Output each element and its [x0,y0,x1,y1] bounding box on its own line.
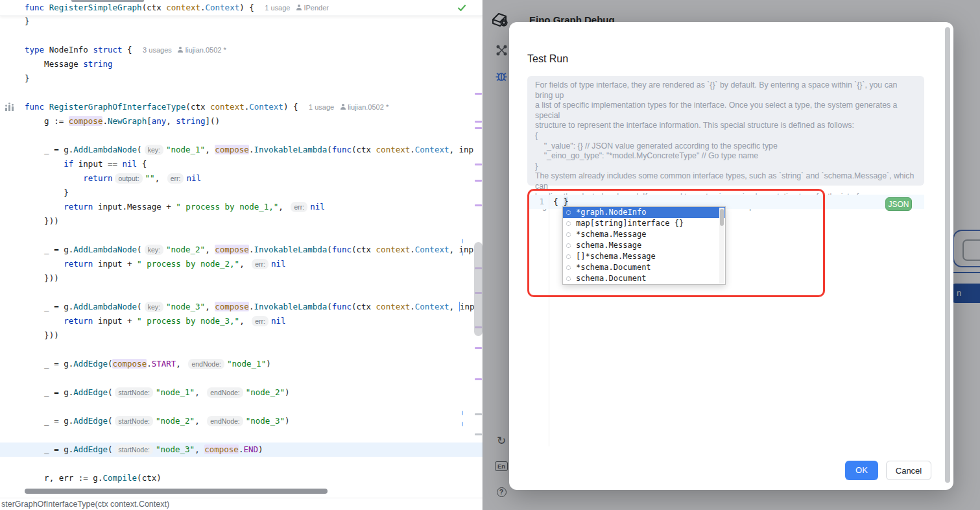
gray-marker [475,433,482,435]
code-line[interactable]: _ = g.AddLambdaNode(key:"node_1", compos… [0,143,483,157]
code-line[interactable]: returnoutput:"", err:nil [0,171,483,186]
info-line: "_value": {} // JSON value generated acc… [535,141,916,152]
code-line[interactable]: _ = g.AddEdge(startNode:"node_2", endNod… [0,414,483,428]
json-language-badge: JSON [885,197,912,211]
code-line[interactable]: r, err := g.Compile(ctx) [0,471,483,485]
code-line[interactable]: })) [0,271,483,285]
type-icon [566,254,571,259]
info-line: "_eino_go_type": "*model.MyConcreteType"… [535,151,916,162]
eino-graph-gutter-icon[interactable] [5,103,14,114]
code-line[interactable]: _ = g.AddEdge(compose.START, endNode:"no… [0,357,483,371]
dropdown-item[interactable]: schema.Document [563,273,725,284]
change-marker [475,121,482,123]
change-marker [475,127,482,129]
modal-title: Test Run [527,53,568,65]
dropdown-item[interactable]: []*schema.Message [563,251,725,262]
author-icon [340,104,346,110]
code-line[interactable]: return input + " process by node_3,", er… [0,314,483,328]
info-line: } [535,162,916,172]
code-line[interactable]: if input == nil { [0,157,483,171]
line-number: 1 [527,195,544,209]
code-line[interactable]: _ = g.AddEdge(startNode:"node_3", compos… [0,443,483,457]
code-line[interactable]: _ = g.AddLambdaNode(key:"node_3", compos… [0,300,483,314]
dropdown-item[interactable]: schema.Message [563,240,725,251]
type-icon [566,276,571,281]
caret-tick-marker [462,422,463,426]
info-line: { [535,131,916,141]
change-marker [475,347,482,349]
info-line: For fields of type interface, they are r… [535,80,916,101]
code-line[interactable]: _ = g.AddEdge(startNode:"node_1", endNod… [0,385,483,400]
dropdown-item[interactable]: *graph.NodeInfo [563,207,725,218]
gutter-separator [549,191,549,446]
code-line[interactable]: _ = g.AddLambdaNode(key:"node_2", compos… [0,243,483,257]
dropdown-item[interactable]: *schema.Document [563,262,725,273]
code-line[interactable]: return input + " process by node_2,", er… [0,257,483,271]
gray-marker [475,413,482,415]
code-line[interactable]: g := compose.NewGraph[any, string]() [0,114,483,128]
inspection-ok-icon[interactable] [457,3,467,16]
cancel-button[interactable]: Cancel [886,461,931,480]
caret-tick-marker [462,411,463,415]
type-icon [566,232,571,237]
change-marker [475,204,482,206]
type-icon [566,265,571,270]
status-bar: sterGraphOfInterfaceType(ctx context.Con… [0,498,483,510]
code-line[interactable]: func RegisterGraphOfInterfaceType(ctx co… [0,100,483,114]
type-icon [566,243,571,248]
change-marker [475,164,482,165]
change-marker [475,93,482,95]
info-line: a list of specific implementation types … [535,101,916,121]
code-line[interactable]: type NodeInfo struct { 3 usagesliujian.0… [0,43,483,57]
code-line[interactable]: } [0,14,483,29]
author-icon [296,5,302,10]
type-icon [566,221,571,226]
dropdown-item[interactable]: map[string]interface {} [563,218,725,229]
code-line[interactable]: } [0,71,483,86]
app-window: }type NodeInfo struct { 3 usagesliujian.… [0,0,980,510]
code-line[interactable]: return input.Message + " process by node… [0,200,483,214]
caret-tick-marker [462,239,463,243]
modal-scrollbar[interactable] [944,26,951,486]
info-line: The system already includes some common … [535,171,916,191]
change-marker [475,180,482,182]
code-line[interactable]: func RegisterSimpleGraph(ctx context.Con… [0,1,483,15]
type-icon [566,210,571,215]
type-autocomplete-dropdown: *graph.NodeInfomap[string]interface {}*s… [562,206,726,285]
editor-horizontal-scrollbar[interactable] [25,489,328,494]
change-marker [475,378,482,380]
dropdown-scrollbar[interactable] [719,208,724,284]
test-run-modal: Test Run Trigger nodestart {⋯} [509,22,953,490]
code-line[interactable]: })) [0,214,483,228]
ok-button[interactable]: OK [845,461,878,480]
code-line[interactable]: } [0,186,483,200]
author-icon [178,47,184,53]
code-line[interactable]: Message string [0,57,483,71]
code-line[interactable]: })) [0,328,483,343]
info-line: structure to represent the interface inf… [535,121,916,131]
editor-vertical-scrollbar[interactable] [474,242,483,336]
interface-help-infobox: For fields of type interface, they are r… [527,76,924,186]
sticky-function-header[interactable]: func RegisterSimpleGraph(ctx context.Con… [0,0,483,16]
status-breadcrumb: sterGraphOfInterfaceType(ctx context.Con… [1,500,169,509]
caret-tick-marker [462,251,463,256]
code-editor-pane: }type NodeInfo struct { 3 usagesliujian.… [0,0,483,510]
dropdown-item[interactable]: *schema.Message [563,229,725,240]
code-area[interactable]: }type NodeInfo struct { 3 usagesliujian.… [0,0,483,487]
